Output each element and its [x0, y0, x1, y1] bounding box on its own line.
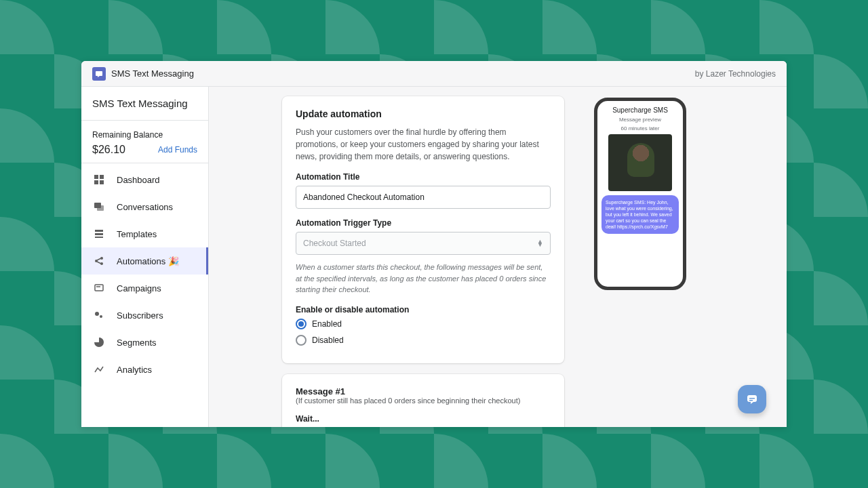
svg-point-16	[100, 315, 102, 318]
phone-preview-label: Message preview	[597, 115, 683, 124]
share-icon	[94, 256, 104, 266]
app-window: SMS Text Messaging by Lazer Technologies…	[81, 61, 787, 427]
sidebar-item-label: Subscribers	[117, 310, 163, 321]
message-icon	[94, 283, 104, 293]
sidebar-item-subscribers[interactable]: Subscribers	[81, 302, 208, 329]
chat-icon	[745, 392, 759, 406]
sidebar-item-label: Conversations	[117, 202, 173, 212]
automation-title-label: Automation Title	[296, 172, 551, 182]
svg-rect-5	[100, 180, 104, 184]
trigger-type-label: Automation Trigger Type	[296, 218, 551, 228]
svg-rect-9	[95, 233, 103, 235]
svg-rect-19	[749, 400, 753, 401]
svg-rect-7	[97, 205, 104, 211]
sidebar: SMS Text Messaging Remaining Balance $26…	[81, 87, 209, 427]
card-description: Push your customers over the final hurdl…	[296, 126, 551, 163]
chat-icon	[94, 201, 104, 212]
header-byline: by Lazer Technologies	[695, 69, 776, 79]
svg-rect-2	[94, 175, 98, 179]
sidebar-item-label: Segments	[117, 338, 157, 348]
radio-enabled[interactable]: Enabled	[296, 319, 551, 329]
sidebar-item-dashboard[interactable]: Dashboard	[81, 166, 208, 193]
radio-disabled[interactable]: Disabled	[296, 335, 551, 346]
analytics-icon	[94, 364, 104, 375]
wait-label: Wait...	[296, 414, 551, 424]
sidebar-item-label: Dashboard	[117, 175, 160, 185]
sidebar-item-analytics[interactable]: Analytics	[81, 356, 208, 383]
radio-icon	[296, 335, 307, 346]
templates-icon	[94, 228, 104, 239]
svg-point-15	[95, 312, 99, 316]
trigger-help-text: When a customer starts this checkout, th…	[296, 262, 551, 296]
sidebar-title: SMS Text Messaging	[92, 98, 197, 109]
svg-rect-14	[95, 285, 103, 291]
balance-block: Remaining Balance $26.10 Add Funds	[81, 121, 208, 163]
select-caret-icon: ▲▼	[537, 240, 543, 247]
radio-label-disabled: Disabled	[312, 336, 344, 345]
svg-rect-1	[96, 71, 102, 76]
balance-amount: $26.10	[92, 144, 125, 156]
phone-preview: Supercharge SMS Message preview 60 minut…	[594, 98, 686, 290]
app-title: SMS Text Messaging	[111, 68, 194, 79]
svg-rect-8	[95, 230, 103, 232]
message-card: Message #1 (If customer still has placed…	[282, 374, 564, 428]
radio-label-enabled: Enabled	[312, 319, 342, 329]
svg-rect-10	[95, 237, 103, 238]
sidebar-item-label: Templates	[117, 229, 157, 239]
enable-label: Enable or disable automation	[296, 305, 551, 314]
add-funds-link[interactable]: Add Funds	[158, 145, 197, 155]
dashboard-icon	[94, 174, 104, 185]
message-subtitle: (If customer still has placed 0 orders s…	[296, 396, 551, 405]
main-content: Update automation Push your customers ov…	[209, 87, 787, 427]
phone-title: Supercharge SMS	[597, 101, 683, 115]
app-logo-icon	[92, 67, 106, 81]
sidebar-item-segments[interactable]: Segments	[81, 329, 208, 356]
pie-icon	[94, 337, 104, 348]
automation-card: Update automation Push your customers ov…	[282, 96, 564, 363]
trigger-type-value: Checkout Started	[303, 239, 366, 248]
svg-rect-3	[100, 175, 104, 179]
nav: Dashboard Conversations Templates Automa…	[81, 163, 208, 383]
app-header: SMS Text Messaging by Lazer Technologies	[81, 61, 787, 87]
sidebar-item-conversations[interactable]: Conversations	[81, 193, 208, 220]
sidebar-item-templates[interactable]: Templates	[81, 220, 208, 247]
svg-rect-18	[749, 398, 755, 399]
sidebar-item-campaigns[interactable]: Campaigns	[81, 274, 208, 302]
sidebar-item-label: Analytics	[117, 365, 152, 375]
phone-media-thumbnail	[608, 134, 672, 191]
phone-message-bubble: Supercharge SMS: Hey John, love what you…	[601, 195, 679, 234]
subscribers-icon	[94, 310, 104, 321]
automation-title-input[interactable]	[296, 186, 551, 209]
sidebar-item-automations[interactable]: Automations 🎉	[81, 247, 208, 274]
chat-fab-button[interactable]	[738, 385, 766, 413]
radio-icon	[296, 319, 307, 329]
trigger-type-select[interactable]: Checkout Started ▲▼	[296, 232, 551, 255]
message-title: Message #1	[296, 386, 551, 396]
balance-label: Remaining Balance	[92, 130, 197, 140]
card-title: Update automation	[296, 108, 551, 119]
phone-time-label: 60 minutes later	[597, 124, 683, 134]
sidebar-item-label: Campaigns	[117, 283, 161, 293]
sidebar-item-label: Automations 🎉	[117, 256, 179, 266]
svg-rect-4	[94, 180, 98, 184]
